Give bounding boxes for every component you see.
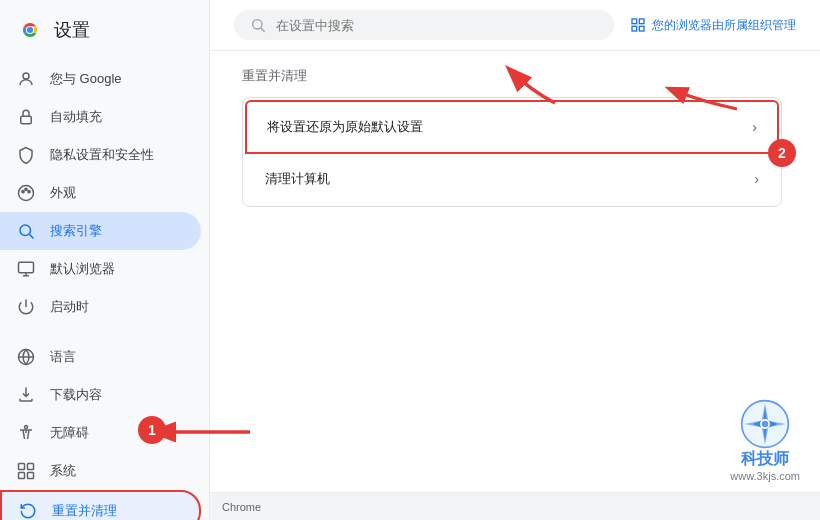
svg-point-2 [27,27,33,33]
org-icon [630,17,646,33]
sidebar-item-label: 下载内容 [50,386,102,404]
sidebar-item-label: 您与 Google [50,70,122,88]
main-content: 您的浏览器由所属组织管理 重置并清理 将设置还原为原始默认设置 › 清理计算机 … [210,0,820,492]
svg-point-15 [25,426,28,429]
accessibility-icon [16,423,36,443]
sidebar-item-label: 语言 [50,348,76,366]
sidebar-item-reset[interactable]: 重置并清理 [0,490,201,520]
svg-point-8 [28,190,30,192]
sidebar-item-privacy[interactable]: 隐私设置和安全性 [0,136,201,174]
chevron-right-icon: › [752,119,757,135]
sidebar-header: 设置 [0,8,209,60]
sidebar: 设置 您与 Google 自动填充 隐私设置和安全性 外观 搜索引擎 [0,0,210,520]
search-input-wrap[interactable] [234,10,614,40]
person-icon [16,69,36,89]
sidebar-item-search[interactable]: 搜索引擎 [0,212,201,250]
lock-icon [16,107,36,127]
system-icon [16,461,36,481]
svg-rect-28 [639,26,644,31]
svg-rect-27 [632,26,637,31]
svg-rect-26 [639,19,644,24]
sidebar-item-label: 启动时 [50,298,89,316]
sidebar-item-label: 隐私设置和安全性 [50,146,154,164]
power-icon [16,297,36,317]
restore-defaults-item[interactable]: 将设置还原为原始默认设置 › [245,100,779,154]
sidebar-item-label: 自动填充 [50,108,102,126]
clean-computer-item[interactable]: 清理计算机 › [245,154,779,204]
bottom-bar: Chrome [210,492,820,520]
sidebar-item-label: 重置并清理 [52,502,117,520]
sidebar-item-label: 系统 [50,462,76,480]
annotation-badge-2: 2 [768,139,796,167]
main-wrapper: 您的浏览器由所属组织管理 重置并清理 将设置还原为原始默认设置 › 清理计算机 … [210,0,820,520]
sidebar-item-language[interactable]: 语言 [0,338,201,376]
app-title: 设置 [54,18,90,42]
svg-point-3 [23,73,29,79]
svg-point-6 [22,190,24,192]
svg-point-7 [25,188,27,190]
org-managed[interactable]: 您的浏览器由所属组织管理 [630,17,796,34]
sidebar-item-default-browser[interactable]: 默认浏览器 [0,250,201,288]
org-managed-text: 您的浏览器由所属组织管理 [652,17,796,34]
svg-rect-17 [28,464,34,470]
search-bar-icon [250,17,266,33]
reset-icon [18,501,38,520]
sidebar-item-label: 搜索引擎 [50,222,102,240]
svg-rect-25 [632,19,637,24]
annotation-badge-1: 1 [138,416,166,444]
sidebar-item-appearance[interactable]: 外观 [0,174,201,212]
section-title: 重置并清理 [242,67,788,85]
watermark-logo-icon [740,399,790,449]
svg-line-10 [29,234,33,238]
sidebar-item-downloads[interactable]: 下载内容 [0,376,201,414]
clean-computer-label: 清理计算机 [265,170,330,188]
download-icon [16,385,36,405]
content-area: 重置并清理 将设置还原为原始默认设置 › 清理计算机 › 2 [210,51,820,492]
watermark-url: www.3kjs.com [730,470,800,482]
svg-rect-11 [19,262,34,273]
sidebar-item-you-google[interactable]: 您与 Google [0,60,201,98]
sidebar-item-label: 无障碍 [50,424,89,442]
sidebar-item-system[interactable]: 系统 [0,452,201,490]
chrome-logo-icon [16,16,44,44]
svg-point-23 [253,20,262,29]
sidebar-item-autofill[interactable]: 自动填充 [0,98,201,136]
chevron-right-icon2: › [754,171,759,187]
sidebar-item-startup[interactable]: 启动时 [0,288,201,326]
reset-card: 将设置还原为原始默认设置 › 清理计算机 › [242,97,782,207]
search-icon [16,221,36,241]
search-input[interactable] [276,18,576,33]
restore-defaults-label: 将设置还原为原始默认设置 [267,118,423,136]
monitor-icon [16,259,36,279]
svg-rect-19 [28,473,34,479]
reset-card-container: 将设置还原为原始默认设置 › 清理计算机 › 2 [242,97,782,207]
svg-point-33 [762,421,769,428]
svg-rect-18 [19,473,25,479]
search-bar: 您的浏览器由所属组织管理 [210,0,820,51]
shield-icon [16,145,36,165]
bottom-bar-text: Chrome [222,501,261,513]
sidebar-item-label: 外观 [50,184,76,202]
palette-icon [16,183,36,203]
svg-rect-16 [19,464,25,470]
svg-point-9 [20,225,31,236]
globe-icon [16,347,36,367]
sidebar-item-label: 默认浏览器 [50,260,115,278]
svg-rect-4 [21,116,32,124]
svg-line-24 [261,28,265,32]
watermark: 科技师 www.3kjs.com [730,399,800,482]
watermark-brand: 科技师 [741,449,789,470]
sidebar-item-accessibility[interactable]: 无障碍 [0,414,201,452]
